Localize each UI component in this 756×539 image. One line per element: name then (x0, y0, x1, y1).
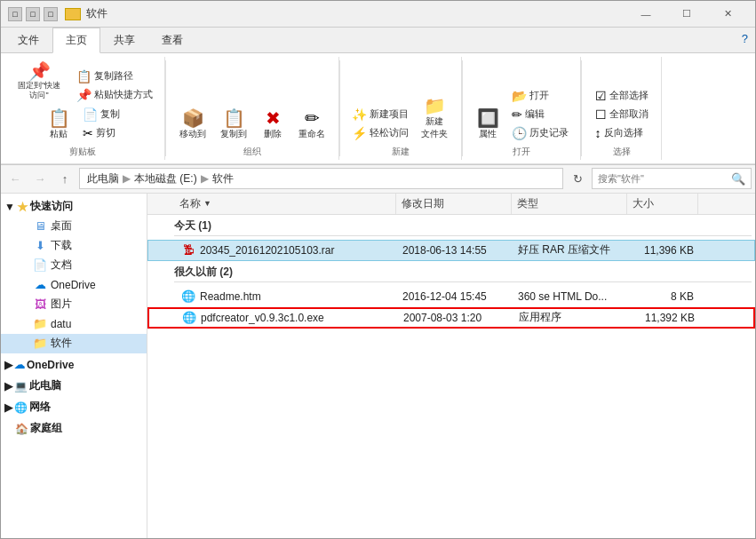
col-header-size[interactable]: 大小 (627, 194, 698, 214)
edit-button[interactable]: ✏ 编辑 (507, 106, 573, 123)
refresh-button[interactable]: ↻ (567, 168, 588, 189)
open-icon: 📂 (512, 89, 527, 103)
sidebar-item-software[interactable]: 📁 软件 (1, 334, 147, 353)
tab-home[interactable]: 主页 (52, 28, 100, 53)
close-button[interactable]: ✕ (707, 1, 748, 28)
sidebar-item-desktop[interactable]: 🖥 桌面 (1, 217, 147, 236)
title-bar: □ □ □ 软件 — ☐ ✕ (1, 1, 755, 28)
delete-icon: ✖ (266, 109, 281, 127)
move-to-button[interactable]: 📦 移动到 (173, 106, 212, 144)
clipboard-bottom: 📋 粘贴 📄 复制 ✂ 剪切 (42, 106, 124, 144)
new-item-button[interactable]: ✨ 新建项目 (347, 106, 413, 123)
new-folder-button[interactable]: 📁 新建 文件夹 (415, 93, 454, 144)
breadcrumb-folder[interactable]: 软件 (211, 171, 235, 186)
new-item-label: 新建项目 (370, 107, 409, 121)
new-folder-icon: 📁 (424, 97, 446, 115)
group-label-long-ago: 很久以前 (2) (147, 261, 755, 281)
easy-access-button[interactable]: ⚡ 轻松访问 (347, 124, 413, 142)
sidebar-section-this-pc: ▶ 💻 此电脑 (1, 377, 147, 396)
sidebar: ▼ ★ 快速访问 🖥 桌面 ⬇ 下载 📄 文档 ☁ OneDrive 🖼 (1, 194, 147, 539)
properties-button[interactable]: 🔲 属性 (470, 106, 505, 144)
software-folder-icon: 📁 (33, 337, 47, 351)
ribbon-group-open: 🔲 属性 📂 打开 ✏ 编辑 🕒 历史记录 (463, 57, 581, 160)
file-name-exe: 🌐 pdfcreator_v0.9.3c1.0.exe (176, 310, 398, 326)
downloads-label: 下载 (51, 238, 72, 253)
exe-type: 应用程序 (513, 310, 629, 325)
minimize-button[interactable]: — (625, 1, 666, 28)
invert-select-button[interactable]: ↕ 反向选择 (591, 124, 653, 142)
title-folder-icon (65, 8, 81, 20)
clipboard-items: 📌 固定到"快速访问" 📋 复制路径 📌 粘贴快捷方式 (8, 59, 157, 104)
col-header-type[interactable]: 类型 (512, 194, 627, 214)
maximize-button[interactable]: ☐ (666, 1, 707, 28)
select-col: ☑ 全部选择 ☐ 全部取消 ↕ 反向选择 (591, 85, 653, 144)
history-button[interactable]: 🕒 历史记录 (507, 124, 573, 142)
sidebar-item-onedrive-quick[interactable]: ☁ OneDrive (1, 275, 147, 295)
htm-type: 360 se HTML Do... (513, 290, 628, 303)
breadcrumb-pc[interactable]: 此电脑 (85, 171, 121, 186)
paste-shortcut-button[interactable]: 📌 粘贴快捷方式 (72, 86, 157, 104)
title-icon-2[interactable]: □ (26, 7, 40, 21)
file-list-header: 名称 ▼ 修改日期 类型 大小 (147, 194, 755, 215)
open-button[interactable]: 📂 打开 (507, 87, 573, 105)
sidebar-item-onedrive[interactable]: ▶ ☁ OneDrive (1, 355, 147, 375)
title-icon-1[interactable]: □ (8, 7, 22, 21)
homegroup-icon: 🏠 (15, 423, 28, 435)
table-row[interactable]: 🌐 Readme.htm 2016-12-04 15:45 360 se HTM… (147, 286, 755, 307)
search-box[interactable]: 🔍 (592, 168, 752, 189)
sidebar-item-documents[interactable]: 📄 文档 (1, 256, 147, 275)
cut-label: 剪切 (96, 126, 115, 139)
breadcrumb-drive[interactable]: 本地磁盘 (E:) (132, 171, 199, 186)
delete-button[interactable]: ✖ 删除 (255, 106, 290, 144)
ribbon-group-organize: 📦 移动到 📋 复制到 ✖ 删除 ✏ 重命名 组织 (166, 57, 339, 160)
open-items: 🔲 属性 📂 打开 ✏ 编辑 🕒 历史记录 (470, 59, 573, 144)
group-line-long-ago (174, 281, 752, 282)
onedrive-main-icon: ☁ (14, 359, 25, 371)
up-button[interactable]: ↑ (54, 168, 76, 189)
htm-size: 8 KB (628, 290, 699, 303)
ribbon-group-select: ☑ 全部选择 ☐ 全部取消 ↕ 反向选择 选择 (582, 57, 662, 160)
back-button[interactable]: ← (4, 168, 26, 189)
sidebar-item-network[interactable]: ▶ 🌐 网络 (1, 398, 147, 417)
copy-to-button[interactable]: 📋 复制到 (214, 106, 253, 144)
table-row[interactable]: 🌐 pdfcreator_v0.9.3c1.0.exe 2007-08-03 1… (147, 307, 755, 329)
tab-file[interactable]: 文件 (4, 28, 52, 52)
documents-label: 文档 (51, 258, 72, 273)
sidebar-item-datu[interactable]: 📁 datu (1, 314, 147, 334)
select-items: ☑ 全部选择 ☐ 全部取消 ↕ 反向选择 (591, 59, 653, 144)
col-header-name[interactable]: 名称 ▼ (174, 194, 396, 214)
sidebar-item-quick-access[interactable]: ▼ ★ 快速访问 (1, 197, 147, 217)
quick-access-label: 快速访问 (30, 199, 73, 214)
paste-icon: 📋 (48, 109, 70, 127)
file-name-htm: 🌐 Readme.htm (175, 289, 397, 305)
forward-button[interactable]: → (29, 168, 51, 189)
tab-share[interactable]: 共享 (100, 28, 148, 52)
sidebar-item-images[interactable]: 🖼 图片 (1, 295, 147, 314)
select-all-button[interactable]: ☑ 全部选择 (591, 87, 653, 105)
address-breadcrumb: 此电脑 ▶ 本地磁盘 (E:) ▶ 软件 (85, 171, 235, 186)
sidebar-item-homegroup[interactable]: 🏠 家庭组 (1, 419, 147, 439)
col-header-date[interactable]: 修改日期 (396, 194, 512, 214)
copy-button[interactable]: 📄 复制 (78, 106, 124, 123)
cut-button[interactable]: ✂ 剪切 (78, 124, 124, 142)
title-icon-3[interactable]: □ (44, 7, 58, 21)
pin-quick-access-button[interactable]: 📌 固定到"快速访问" (8, 59, 70, 104)
sidebar-item-downloads[interactable]: ⬇ 下载 (1, 236, 147, 256)
copy-path-button[interactable]: 📋 复制路径 (72, 67, 157, 85)
downloads-icon: ⬇ (33, 239, 47, 253)
col-name-label: 名称 (179, 196, 201, 211)
properties-icon: 🔲 (477, 109, 499, 127)
rar-date: 2018-06-13 14:55 (397, 244, 513, 257)
sidebar-item-this-pc[interactable]: ▶ 💻 此电脑 (1, 377, 147, 396)
tab-view[interactable]: 查看 (148, 28, 196, 52)
address-bar[interactable]: 此电脑 ▶ 本地磁盘 (E:) ▶ 软件 (79, 168, 563, 189)
select-none-button[interactable]: ☐ 全部取消 (591, 106, 653, 123)
desktop-label: 桌面 (51, 218, 72, 234)
rename-button[interactable]: ✏ 重命名 (292, 106, 331, 144)
paste-button[interactable]: 📋 粘贴 (42, 106, 76, 144)
window-title: 软件 (86, 6, 625, 21)
search-input[interactable] (598, 173, 728, 184)
help-button[interactable]: ? (735, 28, 755, 52)
rar-file-icon: 🗜 (180, 242, 196, 258)
table-row[interactable]: 🗜 20345_20161202105103.rar 2018-06-13 14… (147, 240, 755, 261)
